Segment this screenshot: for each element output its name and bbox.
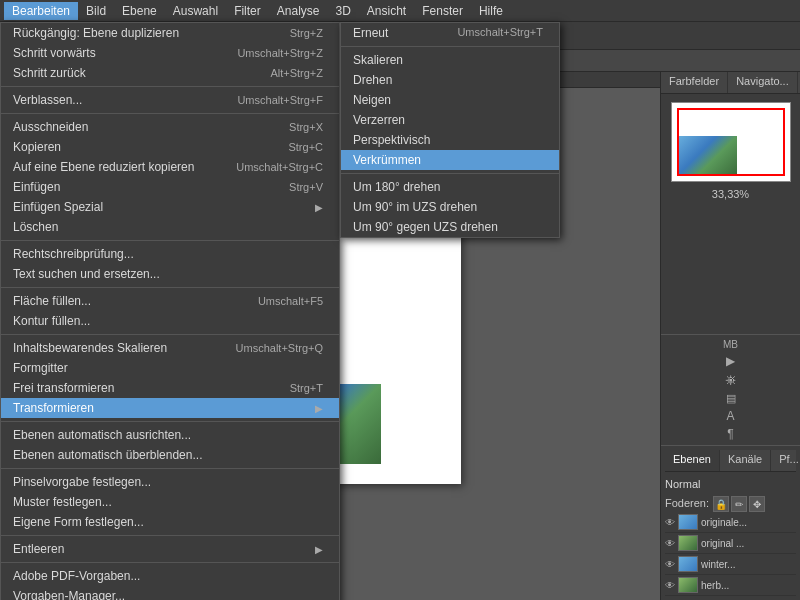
menu-ebene[interactable]: Ebene xyxy=(114,2,165,20)
opacity-row: Foderen: 🔒 ✏ ✥ xyxy=(665,494,796,512)
lock-icon[interactable]: 🔒 xyxy=(713,496,729,512)
transform-90-gegen-uzs[interactable]: Um 90° gegen UZS drehen xyxy=(341,217,559,237)
mb-icon: MB xyxy=(723,339,738,350)
tool-options-strip: MB ▶ ⛯ ▤ A ¶ xyxy=(661,334,800,445)
eye-icon-1[interactable]: 👁 xyxy=(665,517,675,528)
film-icon[interactable]: ▶ xyxy=(726,354,735,368)
panel-tabs-top: Farbfelder Navigato... xyxy=(661,72,800,94)
transform-180[interactable]: Um 180° drehen xyxy=(341,177,559,197)
tab-pfade[interactable]: Pf... xyxy=(771,450,800,471)
menu-bild[interactable]: Bild xyxy=(78,2,114,20)
menu-flaeche-fuellen[interactable]: Fläche füllen... Umschalt+F5 xyxy=(1,291,339,311)
layer-row-1[interactable]: 👁 originale... xyxy=(665,512,796,533)
layers-icon: ▤ xyxy=(726,392,736,405)
eye-icon-3[interactable]: 👁 xyxy=(665,559,675,570)
zoom-label: 33,33% xyxy=(665,186,796,202)
menu-formgitter[interactable]: Formgitter xyxy=(1,358,339,378)
transform-drehen[interactable]: Drehen xyxy=(341,70,559,90)
separator-7 xyxy=(1,468,339,469)
right-panel: Farbfelder Navigato... 33,33% MB ▶ ⛯ ▤ A… xyxy=(660,72,800,600)
menu-kontur-fuellen[interactable]: Kontur füllen... xyxy=(1,311,339,331)
layers-tabs: Ebenen Kanäle Pf... xyxy=(665,450,796,472)
tab-kanaele[interactable]: Kanäle xyxy=(720,450,771,471)
layer-name-2: original ... xyxy=(701,538,744,549)
menu-text-suchen[interactable]: Text suchen und ersetzen... xyxy=(1,264,339,284)
layer-icons: 🔒 ✏ ✥ xyxy=(713,496,765,512)
menu-einfuegen-spezial[interactable]: Einfügen Spezial ▶ xyxy=(1,197,339,217)
menu-muster-festlegen[interactable]: Muster festlegen... xyxy=(1,492,339,512)
separator-4 xyxy=(1,287,339,288)
menu-kopieren[interactable]: Kopieren Strg+C xyxy=(1,137,339,157)
menu-analyse[interactable]: Analyse xyxy=(269,2,328,20)
menu-verblassen[interactable]: Verblassen... Umschalt+Strg+F xyxy=(1,90,339,110)
tab-navigator[interactable]: Navigato... xyxy=(728,72,798,93)
transform-sep-2 xyxy=(341,173,559,174)
layer-name-4: herb... xyxy=(701,580,729,591)
menu-pinselvorgabe[interactable]: Pinselvorgabe festlegen... xyxy=(1,472,339,492)
menu-pdf-vorgaben[interactable]: Adobe PDF-Vorgaben... xyxy=(1,566,339,586)
text-icon: A xyxy=(726,409,734,423)
layer-thumb-3 xyxy=(678,556,698,572)
eye-icon-2[interactable]: 👁 xyxy=(665,538,675,549)
tab-farbfelder[interactable]: Farbfelder xyxy=(661,72,728,93)
separator-1 xyxy=(1,86,339,87)
blend-mode-label: Normal xyxy=(665,476,796,492)
layer-row-2[interactable]: 👁 original ... xyxy=(665,533,796,554)
transform-skalieren[interactable]: Skalieren xyxy=(341,50,559,70)
bearbeiten-dropdown: Rückgängig: Ebene duplizieren Strg+Z Sch… xyxy=(0,22,340,600)
menu-inhaltsbewarendes[interactable]: Inhaltsbewarendes Skalieren Umschalt+Str… xyxy=(1,338,339,358)
menu-filter[interactable]: Filter xyxy=(226,2,269,20)
menu-ebenen-ueberblenden[interactable]: Ebenen automatisch überblenden... xyxy=(1,445,339,465)
transform-90-uzs[interactable]: Um 90° im UZS drehen xyxy=(341,197,559,217)
brush-small-icon[interactable]: ✏ xyxy=(731,496,747,512)
menu-3d[interactable]: 3D xyxy=(328,2,359,20)
menu-fenster[interactable]: Fenster xyxy=(414,2,471,20)
menu-rueckgaengig[interactable]: Rückgängig: Ebene duplizieren Strg+Z xyxy=(1,23,339,43)
separator-3 xyxy=(1,240,339,241)
separator-8 xyxy=(1,535,339,536)
menu-schritt-zurueck[interactable]: Schritt zurück Alt+Strg+Z xyxy=(1,63,339,83)
menu-entleeren[interactable]: Entleeren ▶ xyxy=(1,539,339,559)
menu-hilfe[interactable]: Hilfe xyxy=(471,2,511,20)
menu-einfuegen[interactable]: Einfügen Strg+V xyxy=(1,177,339,197)
transform-submenu: Erneut Umschalt+Strg+T Skalieren Drehen … xyxy=(340,22,560,238)
menu-bearbeiten[interactable]: Bearbeiten xyxy=(4,2,78,20)
mini-canvas-preview xyxy=(671,102,791,182)
panel-content-nav: 33,33% xyxy=(661,94,800,334)
transform-perspektivisch[interactable]: Perspektivisch xyxy=(341,130,559,150)
layer-row-4[interactable]: 👁 herb... xyxy=(665,575,796,596)
menu-vorgaben-manager[interactable]: Vorgaben-Manager... xyxy=(1,586,339,600)
layer-row-3[interactable]: 👁 winter... xyxy=(665,554,796,575)
separator-9 xyxy=(1,562,339,563)
menu-auf-ebene-kopieren[interactable]: Auf eine Ebene reduziert kopieren Umscha… xyxy=(1,157,339,177)
layer-name-1: originale... xyxy=(701,517,747,528)
menu-ansicht[interactable]: Ansicht xyxy=(359,2,414,20)
transform-verzerren[interactable]: Verzerren xyxy=(341,110,559,130)
menu-loeschen[interactable]: Löschen xyxy=(1,217,339,237)
menu-auswahl[interactable]: Auswahl xyxy=(165,2,226,20)
eye-icon-4[interactable]: 👁 xyxy=(665,580,675,591)
menu-bar: Bearbeiten Bild Ebene Auswahl Filter Ana… xyxy=(0,0,800,22)
layer-thumb-4 xyxy=(678,577,698,593)
separator-2 xyxy=(1,113,339,114)
mini-viewport-indicator xyxy=(677,108,785,176)
menu-eigene-form[interactable]: Eigene Form festlegen... xyxy=(1,512,339,532)
layer-thumb-2 xyxy=(678,535,698,551)
cursor-icon: ⛯ xyxy=(724,372,738,388)
menu-rechtschreibpruefung[interactable]: Rechtschreibprüfung... xyxy=(1,244,339,264)
fodern-label: Foderen: xyxy=(665,497,709,509)
tab-ebenen[interactable]: Ebenen xyxy=(665,450,720,471)
layers-panel: Ebenen Kanäle Pf... Normal Foderen: 🔒 ✏ … xyxy=(661,445,800,600)
menu-transformieren[interactable]: Transformieren ▶ xyxy=(1,398,339,418)
menu-ebenen-ausrichten[interactable]: Ebenen automatisch ausrichten... xyxy=(1,425,339,445)
layer-name-3: winter... xyxy=(701,559,735,570)
paragraph-icon: ¶ xyxy=(727,427,733,441)
transform-verkrummen[interactable]: Verkrümmen xyxy=(341,150,559,170)
menu-ausschneiden[interactable]: Ausschneiden Strg+X xyxy=(1,117,339,137)
transform-erneut[interactable]: Erneut Umschalt+Strg+T xyxy=(341,23,559,43)
transform-neigen[interactable]: Neigen xyxy=(341,90,559,110)
menu-schritt-vorwaerts[interactable]: Schritt vorwärts Umschalt+Strg+Z xyxy=(1,43,339,63)
menu-frei-transformieren[interactable]: Frei transformieren Strg+T xyxy=(1,378,339,398)
move-small-icon[interactable]: ✥ xyxy=(749,496,765,512)
layer-thumb-1 xyxy=(678,514,698,530)
